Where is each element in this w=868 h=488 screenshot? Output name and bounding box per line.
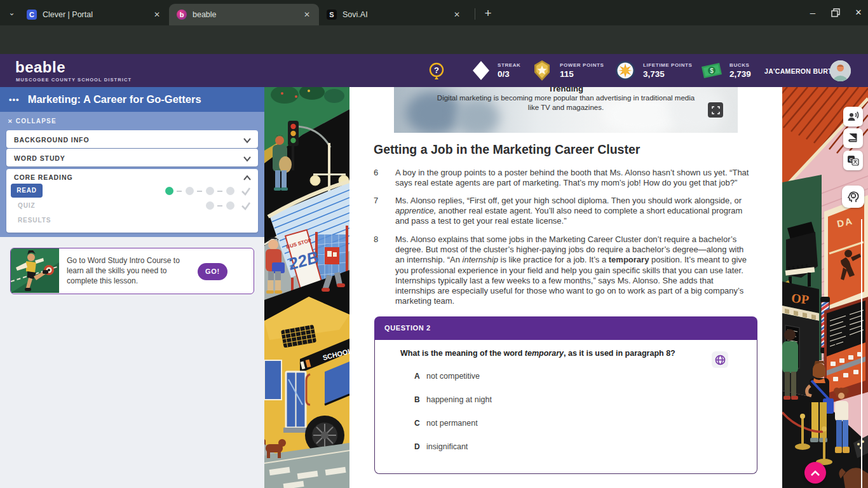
tab-search-button[interactable]: ⌄ <box>5 6 18 20</box>
go-button[interactable]: GO! <box>198 263 227 280</box>
collapse-x-icon: ✕ <box>8 118 13 125</box>
article-heading: Getting a Job in the Marketing Career Cl… <box>374 142 640 157</box>
quiz-label[interactable]: QUIZ <box>18 202 36 209</box>
progress-dot-active <box>165 187 173 195</box>
question-text: What is the meaning of the word temporar… <box>400 349 693 358</box>
lifetime-points-label: LIFETIME POINTS <box>643 62 692 68</box>
chevron-up-icon <box>810 470 820 477</box>
district-label: MUSCOGEE COUNTY SCHOOL DISTRICT <box>16 77 132 83</box>
scroll-to-top-button[interactable] <box>804 462 826 484</box>
svg-text:$: $ <box>710 67 714 74</box>
help-icon[interactable]: ? <box>428 62 445 83</box>
chevron-down-icon[interactable] <box>243 154 252 165</box>
lifetime-points-sun-icon <box>614 60 636 84</box>
paragraph-number: 7 <box>374 196 395 227</box>
progress-dash <box>217 191 222 192</box>
streak-stat: STREAK 0/3 <box>498 62 521 79</box>
lifetime-points-value: 3,735 <box>643 69 692 79</box>
paragraph-text: Ms. Alonso explains that some jobs in th… <box>395 234 754 306</box>
lesson-menu-button[interactable]: ••• <box>9 95 20 104</box>
restore-icon <box>830 7 841 18</box>
paragraph-number: 6 <box>374 168 395 188</box>
dictionary-button[interactable] <box>843 128 863 148</box>
translate-question-button[interactable] <box>712 351 728 368</box>
question-card-header: QUESTION 2 <box>374 316 757 340</box>
translate-button[interactable]: G <box>843 151 863 170</box>
tab-beable[interactable]: b beable ✕ <box>169 4 319 25</box>
bucks-value: 2,739 <box>729 69 751 79</box>
chevron-up-icon[interactable] <box>243 173 252 184</box>
paragraph-text: Ms. Alonso replies, “First off, get your… <box>395 196 754 227</box>
clever-favicon: C <box>27 10 37 20</box>
new-tab-button[interactable]: + <box>480 6 496 21</box>
option-text: insignificant <box>426 442 468 451</box>
window-minimize-button[interactable]: – <box>807 7 818 18</box>
question-card-body: What is the meaning of the word temporar… <box>374 340 757 474</box>
bucks-stat: BUCKS 2,739 <box>729 62 751 79</box>
city-street-illustration-left: BUS STOP 22B <box>264 87 349 488</box>
collapse-button[interactable]: ✕ COLLAPSE <box>8 118 57 125</box>
progress-dot <box>186 187 194 195</box>
chevron-down-icon[interactable] <box>243 135 252 147</box>
lesson-figure: Trending Digital marketing is becoming m… <box>394 87 738 133</box>
bucks-label: BUCKS <box>729 62 751 68</box>
beable-logo[interactable]: beable <box>15 58 65 76</box>
app-header: beable MUSCOGEE COUNTY SCHOOL DISTRICT ?… <box>0 54 868 87</box>
bucks-money-icon: $ <box>700 62 724 82</box>
power-points-value: 115 <box>560 69 604 79</box>
tutor-button[interactable] <box>842 186 864 208</box>
paragraph-number: 8 <box>374 234 395 306</box>
section-core-reading[interactable]: CORE READING READ QUIZ RESU <box>6 169 258 233</box>
tab-label: Sovi.AI <box>342 10 451 19</box>
tab-clever-portal[interactable]: C Clever | Portal ✕ <box>19 4 169 25</box>
lesson-content: Trending Digital marketing is becoming m… <box>349 87 782 488</box>
globe-icon <box>715 355 726 365</box>
read-aloud-button[interactable] <box>843 107 863 126</box>
tab-close-icon[interactable]: ✕ <box>301 9 313 20</box>
sidebar-panel: ✕ COLLAPSE BACKGROUND INFO WORD STUDY CO… <box>0 112 264 237</box>
translate-icon: G <box>847 155 859 166</box>
option-letter: A <box>414 372 426 381</box>
expand-icon <box>712 106 720 114</box>
answer-option-c[interactable]: C not permanent <box>414 419 478 428</box>
tab-divider <box>475 8 475 20</box>
tab-close-icon[interactable]: ✕ <box>451 9 463 20</box>
avatar[interactable] <box>830 60 851 81</box>
figure-caption: Digital marketing is becoming more popul… <box>394 93 738 112</box>
window-restore-button[interactable] <box>830 7 841 18</box>
answer-option-d[interactable]: D insignificant <box>414 442 468 451</box>
progress-dot <box>226 187 234 195</box>
user-name[interactable]: JA'CAMERON BURTIN <box>764 67 839 75</box>
tab-sovi-ai[interactable]: S Sovi.AI ✕ <box>319 4 469 25</box>
head-idea-icon <box>846 190 860 203</box>
streak-label: STREAK <box>498 62 521 68</box>
streak-diamond-icon <box>470 60 492 84</box>
expand-image-button[interactable] <box>708 102 723 118</box>
option-letter: C <box>414 419 426 428</box>
soccer-player-illustration <box>11 248 59 293</box>
paragraph-text: A boy in the group points to a poster be… <box>395 168 754 188</box>
paragraph-6: 6 A boy in the group points to a poster … <box>374 168 754 188</box>
option-letter: B <box>414 395 426 404</box>
progress-dash <box>217 205 222 207</box>
svg-text:?: ? <box>434 65 439 75</box>
option-text: happening at night <box>426 395 492 404</box>
book-icon <box>848 133 858 144</box>
progress-dash <box>197 191 202 192</box>
power-points-stat: POWER POINTS 115 <box>560 62 604 79</box>
answer-option-b[interactable]: B happening at night <box>414 395 492 404</box>
read-button[interactable]: READ <box>11 184 43 198</box>
paragraph-8: 8 Ms. Alonso explains that some jobs in … <box>374 234 754 306</box>
answer-option-a[interactable]: A not competitive <box>414 372 480 381</box>
results-label[interactable]: RESULTS <box>18 217 51 224</box>
section-background-info[interactable]: BACKGROUND INFO <box>6 130 258 148</box>
word-study-promo-card: Go to Word Study Intro Course to learn a… <box>10 248 254 294</box>
tab-close-icon[interactable]: ✕ <box>151 9 163 20</box>
section-word-study[interactable]: WORD STUDY <box>6 149 258 166</box>
promo-text: Go to Word Study Intro Course to learn a… <box>67 255 197 286</box>
browser-toolbar: muscogee.login.beable.com/lesson/dbb6cd6… <box>0 25 868 54</box>
lifetime-points-stat: LIFETIME POINTS 3,735 <box>643 62 692 79</box>
window-close-button[interactable]: ✕ <box>853 7 864 18</box>
figure-title: Trending <box>394 87 738 93</box>
streak-value: 0/3 <box>498 69 521 79</box>
